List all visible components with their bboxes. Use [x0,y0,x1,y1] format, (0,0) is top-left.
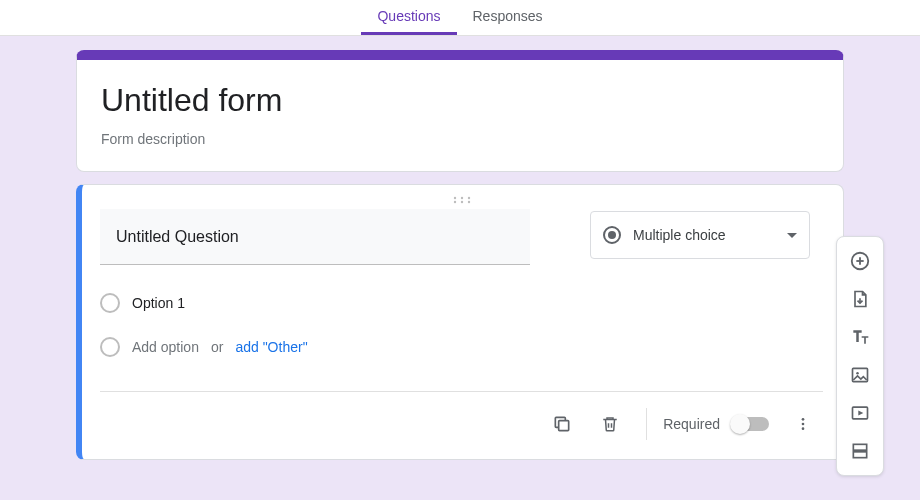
add-video-button[interactable] [842,395,878,431]
required-toggle[interactable] [732,417,769,431]
svg-point-1 [460,197,462,199]
add-question-button[interactable] [842,243,878,279]
or-text: or [211,339,223,355]
more-options-button[interactable] [783,404,823,444]
form-header-card: Untitled form Form description [76,50,844,172]
form-title[interactable]: Untitled form [101,82,819,119]
svg-point-3 [453,201,455,203]
question-type-label: Multiple choice [633,227,775,243]
caret-down-icon [787,233,797,238]
add-other-button[interactable]: add "Other" [235,339,307,355]
svg-point-2 [467,197,469,199]
radio-icon [603,226,621,244]
divider [646,408,647,440]
svg-point-7 [802,418,805,421]
duplicate-button[interactable] [542,404,582,444]
canvas: Untitled form Form description Multiple … [0,36,920,500]
radio-unchecked-icon [100,337,120,357]
add-option-button[interactable]: Add option [132,339,199,355]
tab-questions[interactable]: Questions [361,8,456,35]
question-card: Multiple choice Option 1 Add option or a… [76,184,844,460]
tab-responses[interactable]: Responses [457,8,559,35]
svg-point-8 [802,422,805,425]
svg-rect-15 [853,452,866,458]
svg-rect-6 [559,420,569,430]
question-title-input[interactable] [100,209,530,265]
svg-point-0 [453,197,455,199]
delete-button[interactable] [590,404,630,444]
option-row: Option 1 [100,283,823,323]
form-description[interactable]: Form description [101,131,819,147]
question-footer: Required [100,391,823,455]
svg-point-12 [856,372,859,375]
svg-point-9 [802,427,805,430]
svg-point-4 [460,201,462,203]
add-section-button[interactable] [842,433,878,469]
side-toolbar [836,236,884,476]
add-title-button[interactable] [842,319,878,355]
add-image-button[interactable] [842,357,878,393]
radio-unchecked-icon [100,293,120,313]
svg-point-5 [467,201,469,203]
import-questions-button[interactable] [842,281,878,317]
question-type-select[interactable]: Multiple choice [590,211,810,259]
add-option-row: Add option or add "Other" [100,327,823,367]
tabs-bar: Questions Responses [0,0,920,36]
drag-handle-icon[interactable] [100,191,823,209]
option-label[interactable]: Option 1 [132,295,185,311]
svg-rect-14 [853,444,866,450]
required-label: Required [663,416,720,432]
